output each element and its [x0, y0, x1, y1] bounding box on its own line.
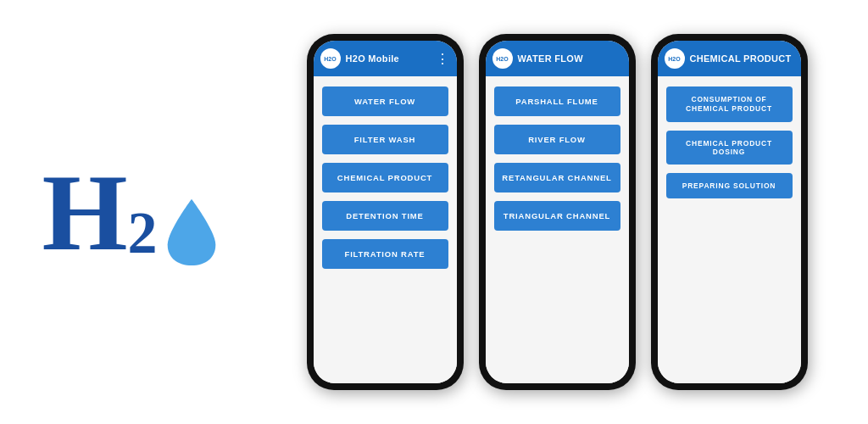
phone-1-topbar: H2O H2O Mobile ⋮: [314, 41, 457, 76]
phone-1-content: WATER FLOW FILTER WASH CHEMICAL PRODUCT …: [314, 76, 457, 383]
btn-preparing-solution[interactable]: PREPARING SOLUTION: [666, 173, 793, 198]
h2o-logo: H 2: [42, 157, 220, 267]
phone-2-inner: H2O WATER FLOW PARSHALL FLUME RIVER FLOW…: [486, 41, 629, 383]
btn-rectangular-channel[interactable]: RETANGULAR CHANNEL: [494, 163, 620, 192]
phone-3-topbar: H2O CHEMICAL PRODUCT: [658, 41, 801, 76]
btn-filter-wash[interactable]: FILTER WASH: [322, 125, 448, 154]
btn-detention-time[interactable]: DETENTION TIME: [322, 201, 448, 231]
logo-number-2: 2: [128, 204, 158, 263]
phone-3-title: CHEMICAL PRODUCT: [690, 53, 794, 64]
btn-water-flow[interactable]: WATER FLOW: [322, 86, 448, 116]
phone-3-logo-badge: H2O: [665, 48, 685, 69]
phone-2-content: PARSHALL FLUME RIVER FLOW RETANGULAR CHA…: [486, 76, 629, 383]
phone-2-title: WATER FLOW: [518, 53, 622, 64]
phone-3-logo-text: H2O: [668, 56, 680, 62]
btn-chemical-dosing[interactable]: CHEMICAL PRODUCT DOSING: [666, 131, 793, 165]
phone-2-topbar: H2O WATER FLOW: [486, 41, 629, 76]
logo-letter-h: H: [42, 157, 127, 267]
logo-area: H 2: [0, 157, 246, 267]
btn-consumption-chemical[interactable]: CONSUMPTION OF CHEMICAL PRODUCT: [666, 86, 793, 122]
phone-1-menu-dots[interactable]: ⋮: [436, 51, 450, 67]
btn-filtration-rate[interactable]: FILTRATION RATE: [322, 239, 448, 269]
phone-1-logo-badge: H2O: [320, 48, 341, 69]
phone-1-logo-text: H2O: [324, 56, 336, 62]
phone-2-logo-badge: H2O: [492, 48, 513, 69]
phone-2: H2O WATER FLOW PARSHALL FLUME RIVER FLOW…: [479, 34, 636, 390]
btn-river-flow[interactable]: RIVER FLOW: [494, 125, 620, 154]
phone-1: H2O H2O Mobile ⋮ WATER FLOW FILTER WASH …: [307, 34, 464, 390]
btn-chemical-product[interactable]: CHEMICAL PRODUCT: [322, 163, 448, 192]
btn-triangular-channel[interactable]: TRIANGULAR CHANNEL: [494, 201, 620, 231]
phone-3-inner: H2O CHEMICAL PRODUCT CONSUMPTION OF CHEM…: [658, 41, 801, 383]
phone-2-logo-text: H2O: [496, 56, 508, 62]
logo-drop-icon: [162, 195, 221, 267]
phone-3: H2O CHEMICAL PRODUCT CONSUMPTION OF CHEM…: [651, 34, 808, 390]
phone-3-content: CONSUMPTION OF CHEMICAL PRODUCT CHEMICAL…: [658, 76, 801, 383]
phones-container: H2O H2O Mobile ⋮ WATER FLOW FILTER WASH …: [246, 17, 868, 407]
phone-1-title: H2O Mobile: [346, 53, 431, 64]
btn-parshall-flume[interactable]: PARSHALL FLUME: [494, 86, 620, 116]
phone-1-inner: H2O H2O Mobile ⋮ WATER FLOW FILTER WASH …: [314, 41, 457, 383]
